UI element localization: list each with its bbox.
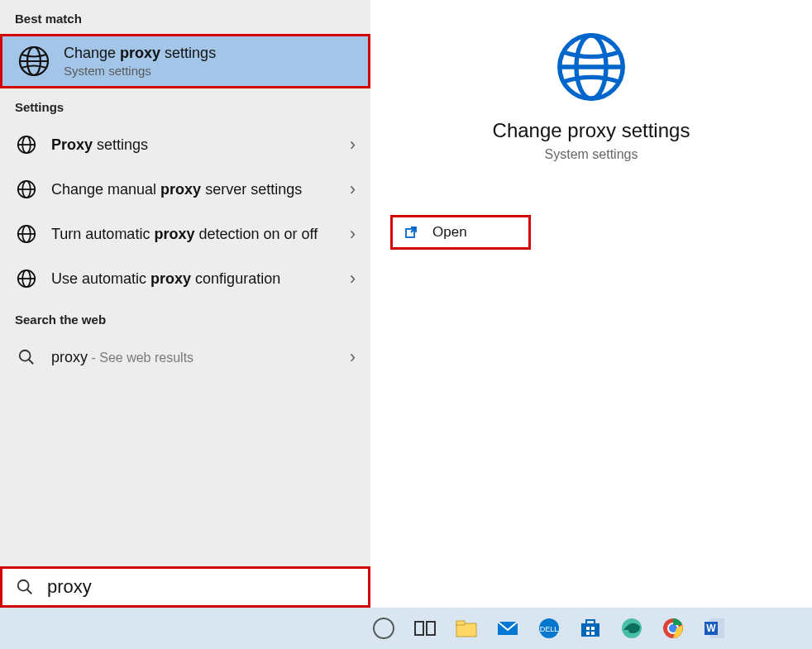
label-post: detection on or off [194, 226, 318, 242]
search-input[interactable] [47, 576, 355, 598]
globe-icon [15, 269, 38, 289]
task-view-icon[interactable] [412, 615, 438, 642]
label-bold: Proxy [51, 136, 93, 153]
title-bold: proxy [120, 45, 160, 61]
svg-rect-31 [581, 623, 599, 637]
title-post: settings [160, 45, 216, 61]
chevron-right-icon: › [350, 134, 356, 155]
label-post: settings [93, 136, 148, 153]
preview-title: Change proxy settings [493, 119, 690, 142]
web-result[interactable]: proxy - See web results › [0, 335, 370, 379]
settings-results-list: Proxy settings › Change manual proxy ser… [0, 122, 370, 301]
chevron-right-icon: › [350, 346, 356, 368]
open-label: Open [432, 224, 467, 241]
best-match-result[interactable]: Change proxy settings System settings [0, 34, 370, 88]
svg-rect-25 [427, 622, 435, 635]
best-match-header: Best match [0, 0, 370, 34]
globe-icon [554, 30, 628, 104]
preview-pane: Change proxy settings System settings Op… [370, 0, 812, 608]
label-pre: Change manual [51, 181, 160, 198]
cortana-icon[interactable] [370, 615, 397, 642]
svg-point-17 [18, 580, 29, 591]
chevron-right-icon: › [350, 179, 356, 200]
label-bold: proxy [160, 181, 201, 198]
web-term: proxy [51, 349, 88, 365]
chrome-icon[interactable] [660, 615, 686, 642]
svg-line-16 [29, 360, 34, 365]
open-button[interactable]: Open [390, 215, 531, 250]
settings-result-proxy[interactable]: Proxy settings › [0, 122, 370, 167]
svg-rect-34 [586, 632, 590, 635]
store-icon[interactable] [577, 615, 604, 642]
open-icon [404, 224, 421, 241]
svg-rect-27 [456, 621, 465, 625]
label-pre: Use automatic [51, 270, 150, 287]
best-match-subtitle: System settings [64, 64, 216, 78]
search-bar[interactable] [0, 566, 370, 608]
dell-icon[interactable]: DELL [536, 615, 562, 642]
mail-icon[interactable] [494, 615, 521, 642]
svg-rect-33 [591, 627, 595, 630]
search-web-header: Search the web [0, 301, 370, 335]
svg-rect-35 [591, 632, 595, 635]
search-icon [15, 348, 38, 366]
svg-text:W: W [706, 623, 716, 634]
title-pre: Change [64, 45, 120, 61]
web-suffix: - See web results [88, 351, 193, 365]
word-icon[interactable]: W [701, 615, 728, 642]
search-results-pane: Best match Change proxy settings System … [0, 0, 370, 608]
label-post: configuration [191, 270, 280, 287]
settings-header: Settings [0, 88, 370, 122]
best-match-text: Change proxy settings System settings [64, 45, 216, 78]
label-post: server settings [201, 181, 302, 198]
chevron-right-icon: › [350, 268, 356, 289]
globe-icon [15, 179, 38, 199]
settings-result-auto-config[interactable]: Use automatic proxy configuration › [0, 256, 370, 301]
settings-result-manual-proxy[interactable]: Change manual proxy server settings › [0, 167, 370, 212]
preview-subtitle: System settings [545, 147, 638, 162]
chevron-right-icon: › [350, 223, 356, 245]
svg-rect-24 [415, 622, 423, 635]
svg-line-18 [27, 589, 32, 594]
file-explorer-icon[interactable] [453, 615, 480, 642]
globe-icon [15, 224, 38, 244]
label-bold: proxy [150, 270, 191, 287]
edge-icon[interactable] [619, 615, 645, 642]
label-bold: proxy [154, 226, 194, 242]
svg-rect-32 [586, 627, 590, 630]
label-pre: Turn automatic [51, 226, 154, 242]
globe-icon [17, 45, 50, 78]
svg-text:DELL: DELL [540, 625, 559, 633]
globe-icon [15, 135, 38, 155]
svg-point-15 [20, 351, 31, 361]
search-icon [16, 578, 34, 596]
settings-result-auto-detect[interactable]: Turn automatic proxy detection on or off… [0, 212, 370, 256]
taskbar: DELL W [0, 608, 812, 649]
